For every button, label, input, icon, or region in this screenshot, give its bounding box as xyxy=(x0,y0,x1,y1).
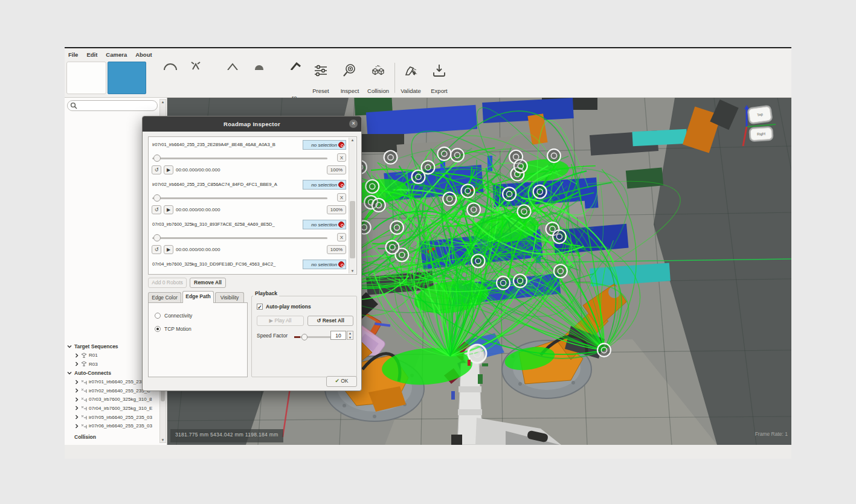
chevron-right-icon xyxy=(74,415,79,419)
tree-item-autoconnect-5[interactable]: ir07r05_irb6640_255_235_03 xyxy=(65,413,159,422)
view-orientation-gizmo[interactable]: Top Right xyxy=(741,104,779,148)
play-button[interactable]: ▶ xyxy=(164,245,173,254)
dialog-title[interactable]: Roadmap Inspector xyxy=(143,116,361,132)
remove-all-button[interactable]: Remove All xyxy=(190,278,226,288)
toolbar-item-validate[interactable]: Validate xyxy=(397,63,424,94)
time-slider[interactable] xyxy=(152,155,327,162)
app-window: File Edit Camera About re xyxy=(65,47,791,458)
time-readout: 00:00.000/00:00.000 xyxy=(176,207,220,212)
menu-bar: File Edit Camera About xyxy=(65,49,791,59)
toolbar-item-inspect[interactable]: Inspect xyxy=(336,63,363,94)
autoplay-checkbox-row[interactable]: ✓ Auto-play motions xyxy=(257,304,311,310)
play-button[interactable]: ▶ xyxy=(164,165,173,174)
slider-handle[interactable] xyxy=(153,155,161,162)
selection-field[interactable]: no selection xyxy=(303,140,346,150)
robot-row-2: ir07r02_irb6640_255_235_C856AC74_84FD_4F… xyxy=(152,180,346,220)
tab-edge-color[interactable]: Edge Color xyxy=(148,292,181,303)
selection-field[interactable]: no selection xyxy=(303,220,346,229)
slider-handle[interactable] xyxy=(301,334,307,340)
tree-section-collision[interactable]: Collision xyxy=(65,433,159,442)
play-button[interactable]: ▶ xyxy=(164,205,173,214)
chevron-right-icon xyxy=(74,397,79,402)
close-icon[interactable]: ✕ xyxy=(349,120,358,128)
export-icon xyxy=(431,63,447,78)
scroll-up-icon[interactable]: ▲ xyxy=(349,138,356,142)
inspect-icon xyxy=(342,63,358,78)
robot-row-4: 07r04_irb7600_325kg_310_DD9FE18D_FC96_45… xyxy=(152,260,346,275)
search-icon xyxy=(70,102,77,109)
time-readout: 00:00.000/00:00.000 xyxy=(176,167,220,173)
selection-field[interactable]: no selection xyxy=(303,180,346,190)
speed-factor-slider[interactable] xyxy=(294,336,332,338)
toolbar-partial-icons xyxy=(155,62,306,70)
menu-camera[interactable]: Camera xyxy=(106,51,127,58)
reset-button[interactable]: ↺ xyxy=(152,245,161,254)
gizmo-right-button[interactable]: Right xyxy=(750,127,772,141)
robot-playback-list: ir07r01_irb6640_255_235_2E289A4F_8E4B_46… xyxy=(148,136,357,275)
clear-button[interactable]: X xyxy=(337,193,346,202)
toolbar-button-active[interactable] xyxy=(108,62,146,94)
time-slider[interactable] xyxy=(152,194,327,202)
frame-rate-readout: Frame Rate: 1 xyxy=(755,431,788,437)
chevron-right-icon xyxy=(74,406,79,410)
speed-percent-button[interactable]: 100% xyxy=(327,165,346,174)
tree-item-autoconnect-6[interactable]: ir07r06_irb6640_255_235_03 xyxy=(65,421,159,430)
speed-factor-row: Speed Factor 10 ▲ ▼ xyxy=(257,333,355,342)
tab-edge-path[interactable]: Edge Path xyxy=(182,291,214,303)
toolbar-separator xyxy=(394,63,395,93)
time-slider[interactable] xyxy=(152,234,327,241)
status-bar xyxy=(65,445,791,459)
scroll-down-icon[interactable]: ▼ xyxy=(160,438,166,442)
gizmo-top-button[interactable]: Top xyxy=(748,106,772,124)
record-icon xyxy=(338,222,344,228)
chevron-down-icon xyxy=(67,344,72,349)
roadmap-inspector-dialog: Roadmap Inspector ✕ ir07r01_irb6640_255_… xyxy=(142,116,362,391)
chevron-right-icon xyxy=(74,424,79,429)
chevron-right-icon xyxy=(74,380,79,384)
play-all-button[interactable]: ▶ Play All xyxy=(257,316,304,326)
collision-icon xyxy=(370,63,386,78)
roadmap-icon xyxy=(81,379,87,385)
playback-group: Playback ✓ Auto-play motions ▶ Play All … xyxy=(251,296,357,377)
robot-row-3: 07r03_irb7600_325kg_310_893F7ACE_6258_4A… xyxy=(152,220,346,260)
radio-connectivity[interactable]: Connectivity xyxy=(155,313,192,319)
scroll-down-icon[interactable]: ▼ xyxy=(349,269,356,273)
tree-item-autoconnect-3[interactable]: 07r03_irb7600_325kg_310_8 xyxy=(65,395,159,404)
slider-handle[interactable] xyxy=(153,234,161,241)
checkbox-checked-icon[interactable]: ✓ xyxy=(257,304,263,310)
menu-edit[interactable]: Edit xyxy=(86,51,97,58)
record-icon xyxy=(338,182,344,188)
add-robots-button[interactable]: Add 0 Robots xyxy=(148,278,187,288)
chevron-right-icon xyxy=(74,388,79,393)
check-icon: ✔ xyxy=(335,378,340,384)
spinner-arrows[interactable]: ▲ ▼ xyxy=(347,331,353,340)
record-icon xyxy=(338,142,344,148)
radio-tcp-motion[interactable]: TCP Motion xyxy=(155,326,191,332)
tab-visibility[interactable]: Visibility xyxy=(215,292,244,303)
toolbar-item-preset[interactable]: Preset xyxy=(307,63,334,94)
scrollbar-thumb[interactable] xyxy=(350,201,355,258)
ok-button[interactable]: ✔OK xyxy=(326,376,357,387)
clear-button[interactable]: X xyxy=(337,233,346,241)
robot-list-scrollbar[interactable]: ▲ ▼ xyxy=(349,138,356,273)
selection-field[interactable]: no selection xyxy=(303,260,346,269)
speed-factor-value[interactable]: 10 xyxy=(330,331,346,340)
toolbar-item-collision[interactable]: Collision xyxy=(365,63,391,94)
menu-about[interactable]: About xyxy=(135,51,152,58)
toolbar-button-blank[interactable] xyxy=(66,62,106,94)
speed-percent-button[interactable]: 100% xyxy=(327,245,346,254)
reset-all-button[interactable]: ↺ Reset All xyxy=(307,316,353,326)
roadmap-icon xyxy=(81,388,87,394)
slider-handle[interactable] xyxy=(153,194,161,202)
clear-button[interactable]: X xyxy=(337,153,346,162)
menu-file[interactable]: File xyxy=(68,51,78,58)
chevron-right-icon xyxy=(74,353,79,358)
speed-percent-button[interactable]: 100% xyxy=(327,205,346,214)
reset-button[interactable]: ↺ xyxy=(152,165,161,174)
tree-item-autoconnect-4[interactable]: 07r04_irb7600_325kg_310_E xyxy=(65,404,159,413)
search-input[interactable] xyxy=(67,100,158,111)
reset-button[interactable]: ↺ xyxy=(152,205,161,214)
toolbar-item-export[interactable]: Export xyxy=(426,63,452,94)
scroll-up-icon[interactable]: ▲ xyxy=(160,100,166,104)
sequence-icon xyxy=(81,361,87,367)
